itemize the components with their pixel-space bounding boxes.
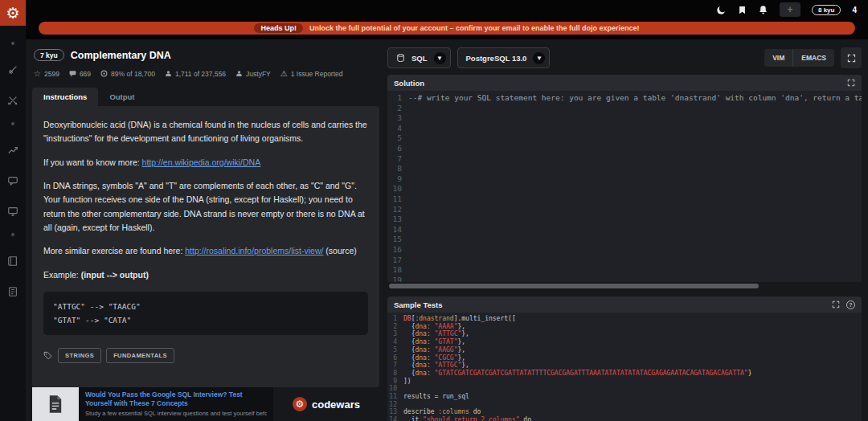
sample-tests-panel: Sample Tests ? 1DB[:dnastrand].multi_ins… <box>387 296 862 421</box>
chat-icon[interactable] <box>7 175 18 186</box>
codewars-gear-icon: ⚙ <box>293 397 307 411</box>
inline-link[interactable]: http://en.wikipedia.org/wiki/DNA <box>142 157 261 167</box>
stat-completions: 1,711 of 237,556 <box>165 70 226 78</box>
editor-toolbar: SQL ▼ PostgreSQL 13.0 ▼ VIM EMACS <box>387 47 862 68</box>
rail-indicator-dot <box>11 233 14 236</box>
kata-title: Complementary DNA <box>71 50 171 61</box>
vim-button[interactable]: VIM <box>764 49 792 67</box>
stat-stars[interactable]: ☆ 2599 <box>34 69 59 78</box>
chevron-down-icon: ▼ <box>533 52 545 64</box>
horizontal-scrollbar <box>387 282 862 290</box>
blog-icon[interactable] <box>7 286 18 297</box>
stat-comments[interactable]: 669 <box>69 70 91 78</box>
language-select[interactable]: SQL ▼ <box>387 47 451 68</box>
banner-badge: Heads Up! <box>254 23 303 33</box>
editor-mode-group: VIM EMACS <box>764 49 834 67</box>
ad-brand: ⚙ codewars <box>273 387 379 421</box>
kumite-icon[interactable] <box>7 95 18 106</box>
tags-row: STRINGSFUNDAMENTALS <box>43 348 368 363</box>
expand-icon <box>847 54 856 63</box>
dark-mode-icon[interactable] <box>716 5 727 15</box>
sponsor-ad[interactable]: Would You Pass the Google SQL Interview?… <box>32 387 379 421</box>
kata-rank-badge: 7 kyu <box>34 49 64 61</box>
database-icon <box>396 53 405 63</box>
editor-panel: SQL ▼ PostgreSQL 13.0 ▼ VIM EMACS Soluti… <box>387 44 862 421</box>
rail-indicator-dot <box>11 122 14 125</box>
tag-chip[interactable]: STRINGS <box>58 348 101 363</box>
notification-count: 4 <box>852 6 857 14</box>
inline-link[interactable]: http://rosalind.info/problems/list-view/ <box>185 246 323 255</box>
banner-row: Heads Up! Unlock the full potential of y… <box>26 19 868 39</box>
maximize-icon[interactable] <box>847 79 855 87</box>
heads-up-banner[interactable]: Heads Up! Unlock the full potential of y… <box>39 22 855 35</box>
content-row: 7 kyu Complementary DNA ☆ 2599 669 89% o… <box>26 39 868 421</box>
example-code-block: "ATTGC" --> "TAACG""GTAT" --> "CATA" <box>43 292 368 335</box>
stat-author[interactable]: JustyFY <box>235 70 271 78</box>
bell-icon[interactable] <box>758 5 768 15</box>
author-icon <box>235 70 243 77</box>
main-area: + 8 kyu 4 Heads Up! Unlock the full pote… <box>26 0 868 421</box>
top-bar: + 8 kyu 4 <box>26 0 868 19</box>
banner-text: Unlock the full potential of your accoun… <box>309 24 640 32</box>
ad-thumbnail <box>32 387 79 421</box>
bookmark-icon[interactable] <box>738 5 747 15</box>
ad-headline[interactable]: Would You Pass the Google SQL Interview?… <box>85 390 267 408</box>
warning-icon: ⚠ <box>280 69 288 78</box>
document-icon <box>47 394 63 414</box>
stat-issues[interactable]: ⚠ 1 Issue Reported <box>280 69 343 78</box>
codewars-logo[interactable]: ⚙ <box>0 0 26 26</box>
codewars-wordmark: codewars <box>312 399 360 411</box>
help-icon[interactable]: ? <box>846 300 855 309</box>
left-rail: ⚙ <box>0 0 26 421</box>
sample-tests-editor[interactable]: 1DB[:dnastrand].multi_insert([2 {dna: "A… <box>387 313 862 421</box>
maximize-icon[interactable] <box>832 300 840 309</box>
leaderboard-icon[interactable] <box>7 145 18 156</box>
stat-satisfaction: 89% of 18,700 <box>100 70 155 78</box>
person-icon <box>165 70 172 77</box>
solution-header: Solution <box>387 75 862 91</box>
emacs-button[interactable]: EMACS <box>792 49 834 67</box>
solution-editor[interactable]: 1--# write your SQL statement here: you … <box>387 91 862 282</box>
description-text: Deoxyribonucleic acid (DNA) is a chemica… <box>43 118 368 282</box>
tag-chips: STRINGSFUNDAMENTALS <box>58 348 174 363</box>
fullscreen-button[interactable] <box>841 47 862 68</box>
kata-description: Deoxyribonucleic acid (DNA) is a chemica… <box>32 106 379 387</box>
tag-icon <box>43 351 52 360</box>
comment-icon <box>69 70 76 77</box>
star-icon: ☆ <box>34 69 41 78</box>
kata-stats: ☆ 2599 669 89% of 18,700 1,711 of 237,55… <box>32 61 379 78</box>
ad-text: Would You Pass the Google SQL Interview?… <box>79 387 273 421</box>
satisfaction-icon <box>100 70 108 77</box>
kata-panel: 7 kyu Complementary DNA ☆ 2599 669 89% o… <box>32 44 379 421</box>
train-icon[interactable] <box>7 64 18 76</box>
rail-indicator-dot <box>11 42 14 45</box>
ad-subtext: Study a few essential SQL interview ques… <box>85 410 267 417</box>
version-select[interactable]: PostgreSQL 13.0 ▼ <box>457 47 551 68</box>
tag-chip[interactable]: FUNDAMENTALS <box>106 348 174 363</box>
user-rank-badge[interactable]: 8 kyu <box>812 5 841 15</box>
kata-tabs: Instructions Output <box>32 88 379 106</box>
add-button[interactable]: + <box>780 2 800 17</box>
sample-tests-title: Sample Tests <box>394 300 443 309</box>
docs-icon[interactable] <box>7 255 18 267</box>
scrollbar-thumb[interactable] <box>389 284 759 288</box>
chevron-down-icon: ▼ <box>434 52 446 64</box>
solution-title: Solution <box>394 79 424 88</box>
tab-output[interactable]: Output <box>98 88 145 106</box>
forum-icon[interactable] <box>7 206 18 217</box>
tab-instructions[interactable]: Instructions <box>32 88 98 106</box>
sample-tests-header: Sample Tests ? <box>387 296 862 313</box>
